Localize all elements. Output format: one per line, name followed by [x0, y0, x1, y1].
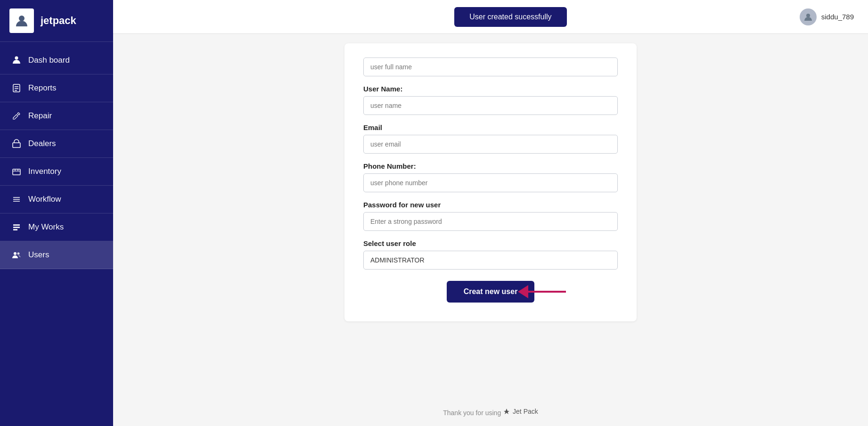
header-right: siddu_789 — [800, 8, 854, 25]
phone-label: Phone Number: — [363, 162, 618, 170]
dashboard-icon — [11, 55, 22, 66]
email-label: Email — [363, 123, 618, 131]
sidebar-item-myworks[interactable]: My Works — [0, 213, 113, 241]
arrowhead-icon — [518, 285, 528, 298]
sidebar-item-workflow[interactable]: Workflow — [0, 186, 113, 213]
main-content: User created sucessfully siddu_789 User … — [113, 0, 868, 426]
sidebar-label-users: Users — [28, 250, 49, 260]
sidebar-label-workflow: Workflow — [28, 195, 61, 204]
sidebar-logo: jetpack — [0, 0, 113, 42]
svg-rect-6 — [13, 143, 20, 147]
footer-brand-name: Jet Pack — [513, 408, 538, 415]
password-group: Password for new user — [363, 201, 618, 231]
sidebar-label-repair: Repair — [28, 111, 52, 121]
repair-icon — [11, 111, 22, 121]
svg-point-1 — [15, 57, 18, 60]
username-label: User Name: — [363, 85, 618, 93]
app-name: jetpack — [41, 15, 76, 27]
role-label: Select user role — [363, 239, 618, 247]
username-group: User Name: — [363, 85, 618, 115]
svg-point-14 — [14, 252, 16, 255]
form-container: User Name: Email Phone Number: Password … — [113, 34, 868, 398]
form-card: User Name: Email Phone Number: Password … — [344, 43, 637, 321]
svg-point-15 — [17, 253, 20, 255]
sidebar-item-dashboard[interactable]: Dash board — [0, 47, 113, 74]
role-group: Select user role ADMINISTRATOR — [363, 239, 618, 270]
footer-brand: Jet Pack — [503, 408, 538, 415]
svg-point-16 — [806, 14, 810, 17]
phone-group: Phone Number: — [363, 162, 618, 192]
fullname-input[interactable] — [363, 57, 618, 76]
role-select[interactable]: ADMINISTRATOR — [363, 251, 618, 270]
success-message: User created sucessfully — [454, 7, 566, 27]
svg-rect-7 — [13, 169, 20, 175]
dealers-icon — [11, 139, 22, 149]
email-group: Email — [363, 123, 618, 154]
header: User created sucessfully siddu_789 — [113, 0, 868, 34]
reports-icon — [11, 83, 22, 93]
sidebar-label-inventory: Inventory — [28, 167, 61, 176]
myworks-icon — [11, 222, 22, 232]
svg-point-0 — [19, 16, 25, 21]
fullname-group — [363, 57, 618, 76]
footer-text: Thank you for using — [443, 409, 501, 417]
arrow-line — [528, 291, 566, 293]
sidebar-item-reports[interactable]: Reports — [0, 74, 113, 102]
sidebar-label-dealers: Dealers — [28, 139, 56, 148]
email-input[interactable] — [363, 135, 618, 154]
sidebar-item-users[interactable]: Users — [0, 241, 113, 269]
password-label: Password for new user — [363, 201, 618, 209]
sidebar-label-dashboard: Dash board — [28, 56, 70, 65]
sidebar: jetpack Dash board Reports Repair — [0, 0, 113, 426]
header-center: User created sucessfully — [221, 7, 800, 27]
sidebar-nav: Dash board Reports Repair Dealers — [0, 42, 113, 426]
phone-input[interactable] — [363, 173, 618, 192]
inventory-icon — [11, 166, 22, 177]
sidebar-item-inventory[interactable]: Inventory — [0, 158, 113, 186]
sidebar-label-myworks: My Works — [28, 222, 64, 232]
footer: Thank you for using Jet Pack — [113, 398, 868, 426]
logo-avatar — [9, 8, 34, 33]
arrow-indicator — [519, 285, 566, 298]
password-input[interactable] — [363, 212, 618, 231]
sidebar-item-dealers[interactable]: Dealers — [0, 130, 113, 158]
username-display: siddu_789 — [821, 13, 854, 21]
workflow-icon — [11, 194, 22, 205]
avatar — [800, 8, 817, 25]
button-row: Creat new user — [363, 281, 618, 303]
sidebar-item-repair[interactable]: Repair — [0, 102, 113, 130]
sidebar-label-reports: Reports — [28, 83, 57, 93]
username-input[interactable] — [363, 96, 618, 115]
users-icon — [11, 250, 22, 260]
